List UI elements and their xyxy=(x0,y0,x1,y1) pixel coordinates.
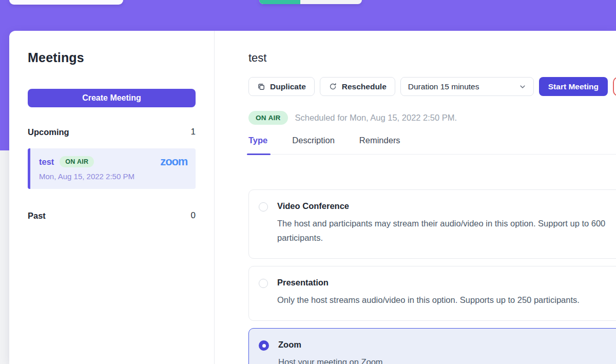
status-row: ON AIR Scheduled for Mon, Aug 15, 2022 2… xyxy=(248,111,616,125)
radio-unchecked-icon[interactable] xyxy=(259,202,268,212)
app-panel: Meetings Create Meeting Upcoming 1 test … xyxy=(9,31,616,364)
option-presentation[interactable]: Presentation Only the host streams audio… xyxy=(248,266,616,321)
reschedule-label: Reschedule xyxy=(342,82,387,91)
option-description: The host and participants may stream the… xyxy=(277,216,616,245)
toast-progress-fill xyxy=(259,0,300,4)
past-label: Past xyxy=(28,211,46,221)
reschedule-button[interactable]: Reschedule xyxy=(320,77,395,96)
duplicate-label: Duplicate xyxy=(270,82,306,91)
create-meeting-button[interactable]: Create Meeting xyxy=(28,89,196,107)
upcoming-label: Upcoming xyxy=(28,127,69,137)
option-title: Zoom xyxy=(278,340,383,350)
upcoming-count: 1 xyxy=(191,127,196,137)
scheduled-text: Scheduled for Mon, Aug 15, 2022 2:50 PM. xyxy=(295,113,457,123)
meeting-name: test xyxy=(39,157,54,167)
meeting-datetime: Mon, Aug 15, 2022 2:50 PM xyxy=(39,172,187,181)
past-section-header: Past 0 xyxy=(28,210,196,221)
meeting-title: test xyxy=(248,51,616,65)
clipped-top-card xyxy=(9,0,123,5)
chevron-down-icon xyxy=(519,83,526,90)
action-toolbar: Duplicate Reschedule Duration 15 minutes… xyxy=(248,77,616,96)
option-zoom[interactable]: Zoom Host your meeting on Zoom xyxy=(248,328,616,364)
page-title: Meetings xyxy=(28,50,196,65)
radio-checked-icon[interactable] xyxy=(259,340,269,351)
detail-tabs: Type Description Reminders xyxy=(248,136,616,155)
option-title: Presentation xyxy=(277,278,580,288)
meeting-type-options: Video Conference The host and participan… xyxy=(248,189,616,364)
on-air-status-badge: ON AIR xyxy=(248,111,288,125)
refresh-icon xyxy=(329,82,337,91)
upcoming-section-header: Upcoming 1 xyxy=(28,127,196,137)
meetings-sidebar: Meetings Create Meeting Upcoming 1 test … xyxy=(9,31,215,364)
radio-unchecked-icon[interactable] xyxy=(259,279,268,288)
tab-reminders[interactable]: Reminders xyxy=(359,136,400,154)
option-video-conference[interactable]: Video Conference The host and participan… xyxy=(248,189,616,259)
meeting-detail-panel: test Duplicate Reschedule Duration 15 mi… xyxy=(215,31,616,364)
start-meeting-button[interactable]: Start Meeting xyxy=(539,77,608,96)
delete-button-clipped[interactable] xyxy=(613,77,616,96)
toast-progress-bar xyxy=(259,0,362,4)
duration-value: Duration 15 minutes xyxy=(408,82,479,91)
copy-icon xyxy=(257,83,265,91)
option-description: Only the host streams audio/video in thi… xyxy=(277,293,580,307)
option-title: Video Conference xyxy=(277,201,616,211)
on-air-badge: ON AIR xyxy=(60,156,94,167)
tab-description[interactable]: Description xyxy=(292,136,335,154)
past-count: 0 xyxy=(191,210,196,221)
option-description: Host your meeting on Zoom xyxy=(278,355,383,364)
zoom-logo: zoom xyxy=(160,156,187,167)
duplicate-button[interactable]: Duplicate xyxy=(248,77,315,96)
tab-type[interactable]: Type xyxy=(248,136,267,154)
meeting-list-item[interactable]: test ON AIR zoom Mon, Aug 15, 2022 2:50 … xyxy=(28,148,196,189)
duration-select[interactable]: Duration 15 minutes xyxy=(400,77,534,96)
